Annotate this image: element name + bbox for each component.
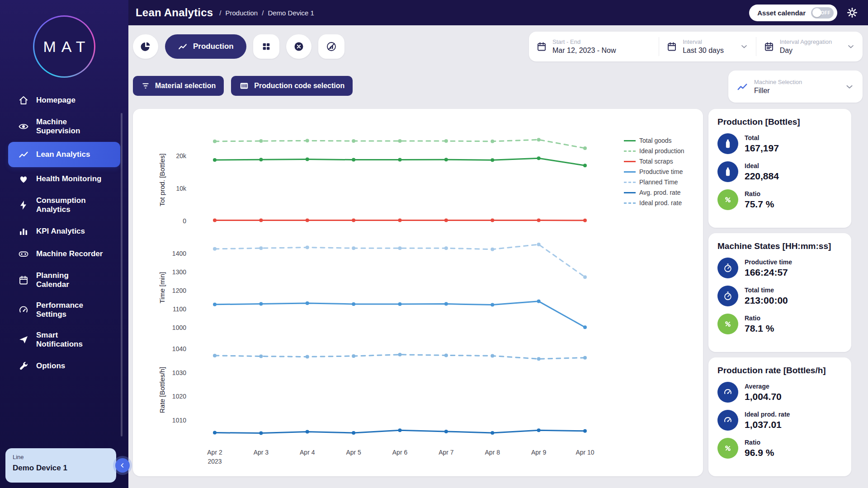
aggregation-field[interactable]: Interval Aggregation Day: [756, 32, 863, 61]
sidebar-item-smart-notifications[interactable]: Smart Notifications: [8, 325, 120, 354]
sidebar-item-lean-analytics[interactable]: Lean Analytics: [8, 142, 120, 167]
svg-text:1020: 1020: [172, 393, 186, 400]
svg-text:20k: 20k: [176, 152, 187, 160]
pie-chart-button[interactable]: [133, 34, 158, 59]
toggle-state-label: OFF: [821, 10, 831, 15]
settings-gear-icon[interactable]: [846, 7, 858, 19]
sidebar-collapse-button[interactable]: [115, 458, 130, 473]
legend-swatch: [624, 150, 636, 152]
line-chart-icon: [178, 42, 188, 52]
sidebar-nav: Homepage Machine Supervision Lean Analyt…: [0, 89, 128, 377]
percent-icon: [717, 314, 738, 334]
stat-row: Ratio96.9 %: [717, 438, 842, 459]
sidebar-item-options[interactable]: Options: [8, 355, 120, 377]
asset-calendar-toggle[interactable]: Asset calendar OFF: [749, 5, 837, 21]
content-area: Production Sta: [128, 25, 868, 488]
speedometer-icon: [717, 410, 738, 431]
stat-row: Ratio75.7 %: [717, 189, 842, 210]
svg-text:1100: 1100: [173, 305, 186, 313]
asset-calendar-label: Asset calendar: [757, 9, 806, 17]
stopwatch-icon: [717, 286, 738, 306]
legend-label: Ideal production: [639, 147, 684, 155]
legend-item[interactable]: Ideal production: [624, 147, 684, 155]
heart-icon: [18, 174, 29, 184]
legend-swatch: [624, 171, 636, 173]
legend-item[interactable]: Total goods: [624, 137, 684, 144]
legend-item[interactable]: Avg. prod. rate: [624, 189, 684, 196]
sidebar-item-consumption-analytics[interactable]: Consumption Analytics: [8, 191, 120, 220]
sidebar-item-planning-calendar[interactable]: Planning Calendar: [8, 266, 120, 295]
card-title: Machine States [HH:mm:ss]: [717, 241, 842, 251]
sidebar-item-health-monitoring[interactable]: Health Monitoring: [8, 168, 120, 190]
sidebar-scrollbar[interactable]: [121, 113, 123, 436]
sidebar-item-machine-supervision[interactable]: Machine Supervision: [8, 112, 120, 141]
production-code-selection-label: Production code selection: [254, 82, 344, 90]
toggle-switch[interactable]: OFF: [811, 7, 834, 19]
sidebar-item-machine-recorder[interactable]: Machine Recorder: [8, 243, 120, 265]
svg-text:10k: 10k: [176, 185, 187, 192]
interval-value: Last 30 days: [683, 47, 724, 55]
svg-text:1300: 1300: [172, 268, 186, 276]
legend-swatch: [624, 192, 636, 193]
machine-selection-value: Filler: [754, 87, 802, 95]
stat-row: Ideal220,884: [717, 161, 842, 182]
legend-swatch: [624, 140, 636, 141]
sidebar: MAT Homepage Machine Supervision Lean An…: [0, 0, 128, 488]
chevron-down-icon: [740, 42, 749, 51]
svg-text:1400: 1400: [172, 250, 186, 257]
svg-text:Tot prod. [Bottles]: Tot prod. [Bottles]: [158, 154, 166, 206]
topbar: Lean Analytics / Production / Demo Devic…: [128, 0, 868, 25]
gauge-icon: [18, 305, 29, 315]
legend-item[interactable]: Planned Time: [624, 178, 684, 186]
breadcrumb-production[interactable]: Production: [225, 9, 258, 17]
svg-text:Apr 6: Apr 6: [392, 449, 408, 456]
grid-view-button[interactable]: [253, 34, 279, 59]
svg-text:1040: 1040: [172, 345, 186, 352]
app-logo-text: MAT: [34, 17, 94, 76]
legend-label: Avg. prod. rate: [639, 189, 681, 196]
crossed-chart-button[interactable]: [318, 34, 344, 59]
barcode-icon: [239, 81, 249, 91]
clear-selection-button[interactable]: [286, 34, 311, 59]
interval-field[interactable]: Interval Last 30 days: [659, 32, 755, 61]
production-code-selection-button[interactable]: Production code selection: [231, 76, 353, 96]
production-tab-button[interactable]: Production: [165, 34, 246, 59]
crossed-chart-icon: [326, 41, 337, 52]
svg-text:Apr 10: Apr 10: [576, 449, 594, 456]
date-range-field[interactable]: Start - End Mar 12, 2023 - Now: [529, 32, 659, 61]
svg-text:2023: 2023: [208, 458, 222, 465]
app-logo: MAT: [33, 15, 95, 78]
sidebar-item-homepage[interactable]: Homepage: [8, 89, 120, 111]
page-title: Lean Analytics: [136, 6, 213, 19]
aggregation-value: Day: [780, 47, 832, 55]
machine-selection-label: Machine Selection: [754, 79, 802, 85]
legend-item[interactable]: Productive time: [624, 168, 684, 175]
view-buttons: Production: [133, 34, 344, 59]
material-selection-button[interactable]: Material selection: [133, 76, 224, 96]
svg-text:0: 0: [183, 217, 186, 225]
svg-text:Apr 4: Apr 4: [300, 449, 315, 456]
chart-legend: Total goodsIdeal productionTotal scrapsP…: [624, 137, 684, 206]
svg-text:Apr 5: Apr 5: [346, 449, 361, 456]
dashboard-row: 010k20kTot prod. [Bottles]10001100120013…: [133, 109, 863, 476]
legend-swatch: [624, 202, 636, 204]
date-range-label: Start - End: [552, 38, 616, 45]
home-icon: [18, 95, 29, 106]
pie-chart-icon: [140, 41, 151, 52]
svg-text:1010: 1010: [172, 417, 186, 424]
breadcrumb-device[interactable]: Demo Device 1: [268, 9, 314, 17]
sidebar-item-kpi-analytics[interactable]: KPI Analytics: [8, 221, 120, 242]
legend-item[interactable]: Total scraps: [624, 158, 684, 165]
legend-label: Productive time: [639, 168, 683, 175]
calendar-icon: [18, 275, 29, 286]
toggle-knob: [812, 8, 821, 17]
stat-row: Total167,197: [717, 133, 842, 154]
filter-icon: [141, 81, 150, 90]
machine-selection-field[interactable]: Machine Selection Filler: [728, 70, 863, 103]
legend-item[interactable]: Ideal prod. rate: [624, 199, 684, 206]
calendar-icon: [536, 41, 547, 52]
wrench-icon: [18, 361, 29, 371]
breadcrumb-separator: /: [262, 9, 264, 17]
svg-text:Apr 3: Apr 3: [254, 449, 269, 456]
sidebar-item-performance-settings[interactable]: Performance Settings: [8, 296, 120, 324]
